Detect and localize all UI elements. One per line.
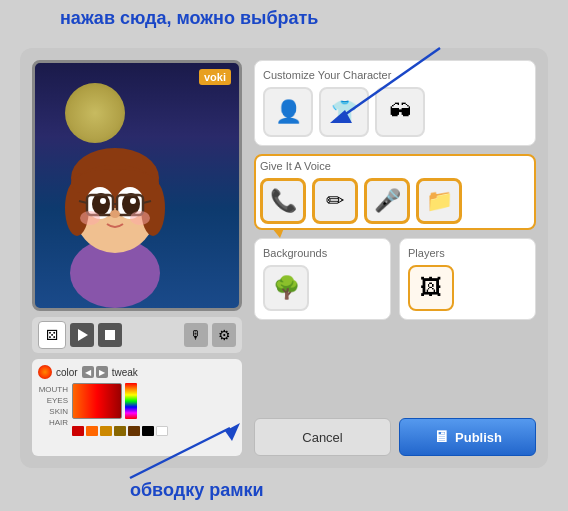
svg-line-0 bbox=[340, 48, 440, 118]
publish-icon: 🖥 bbox=[433, 428, 449, 446]
pen-button[interactable]: ✏ bbox=[312, 178, 358, 224]
players-button[interactable]: 🖼 bbox=[408, 265, 454, 311]
hair-label: HAIR bbox=[38, 418, 68, 427]
action-buttons: Cancel 🖥 Publish bbox=[254, 418, 536, 456]
skin-label: SKIN bbox=[38, 407, 68, 416]
svg-point-14 bbox=[130, 198, 136, 204]
backgrounds-button[interactable]: 🌳 bbox=[263, 265, 309, 311]
color-label: color bbox=[56, 367, 78, 378]
color-attributes: MOUTH EYES SKIN HAIR bbox=[38, 385, 68, 427]
stop-icon bbox=[105, 330, 115, 340]
svg-rect-8 bbox=[71, 173, 159, 193]
annotation-top: нажав сюда, можно выбрать bbox=[60, 8, 318, 29]
svg-point-21 bbox=[80, 211, 100, 225]
pen-icon: ✏ bbox=[326, 188, 344, 214]
mic-small-button[interactable]: 🎙 bbox=[184, 323, 208, 347]
bottom-sections: Backgrounds 🌳 Players 🖼 bbox=[254, 238, 536, 320]
gear-icon: ⚙ bbox=[218, 327, 231, 343]
microphone-icon: 🎤 bbox=[374, 188, 401, 214]
microphone-button[interactable]: 🎤 bbox=[364, 178, 410, 224]
player-icon: 🖼 bbox=[420, 275, 442, 301]
nav-arrows: ◀ ▶ bbox=[82, 366, 108, 378]
publish-button[interactable]: 🖥 Publish bbox=[399, 418, 536, 456]
tweak-label: tweak bbox=[112, 367, 138, 378]
svg-point-11 bbox=[92, 193, 110, 215]
phone-button[interactable]: 📞 bbox=[260, 178, 306, 224]
nav-right-button[interactable]: ▶ bbox=[96, 366, 108, 378]
voice-icons: 📞 ✏ 🎤 📁 bbox=[260, 178, 530, 224]
play-button[interactable] bbox=[70, 323, 94, 347]
backgrounds-title: Backgrounds bbox=[263, 247, 382, 259]
players-title: Players bbox=[408, 247, 527, 259]
play-icon bbox=[78, 329, 88, 341]
swatch-2[interactable] bbox=[86, 426, 98, 436]
svg-point-22 bbox=[130, 211, 150, 225]
svg-line-23 bbox=[130, 428, 230, 478]
players-section: Players 🖼 bbox=[399, 238, 536, 320]
eyes-label: EYES bbox=[38, 396, 68, 405]
folder-button[interactable]: 📁 bbox=[416, 178, 462, 224]
controls-bar: ⚄ 🎙 ⚙ bbox=[32, 317, 242, 353]
tree-icon: 🌳 bbox=[273, 275, 300, 301]
svg-point-20 bbox=[110, 210, 120, 218]
character-preview: voki bbox=[32, 60, 242, 311]
phone-icon: 📞 bbox=[270, 188, 297, 214]
voice-section: Give It A Voice 📞 ✏ 🎤 📁 bbox=[254, 154, 536, 230]
swatch-1[interactable] bbox=[72, 426, 84, 436]
annotation-bottom: обводку рамки bbox=[130, 480, 264, 501]
backgrounds-section: Backgrounds 🌳 bbox=[254, 238, 391, 320]
left-panel: voki bbox=[32, 60, 242, 456]
stop-button[interactable] bbox=[98, 323, 122, 347]
voice-title: Give It A Voice bbox=[260, 160, 530, 172]
nav-left-button[interactable]: ◀ bbox=[82, 366, 94, 378]
folder-icon: 📁 bbox=[426, 188, 453, 214]
color-dot-icon bbox=[38, 365, 52, 379]
settings-button[interactable]: ⚙ bbox=[212, 323, 236, 347]
dice-button[interactable]: ⚄ bbox=[38, 321, 66, 349]
voki-logo: voki bbox=[199, 69, 231, 85]
svg-point-13 bbox=[100, 198, 106, 204]
svg-marker-24 bbox=[225, 423, 240, 441]
mouth-label: MOUTH bbox=[38, 385, 68, 394]
